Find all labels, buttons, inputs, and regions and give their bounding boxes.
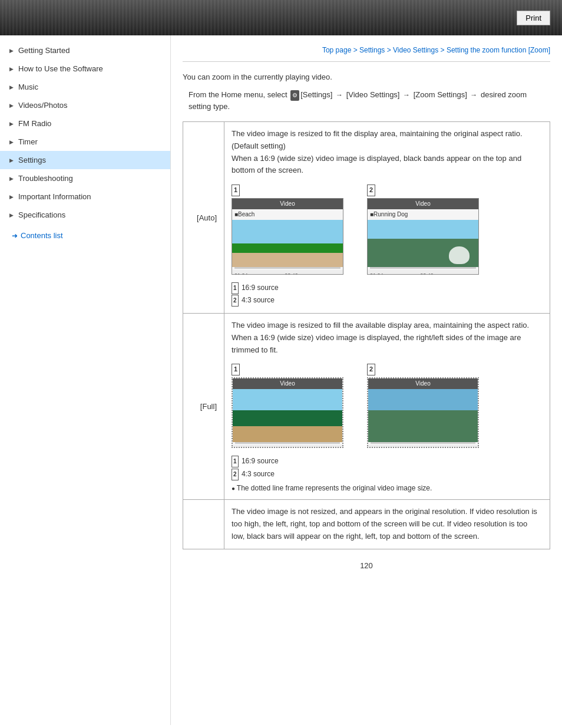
sidebar-item-timer[interactable]: ▶ Timer: [0, 133, 170, 151]
page-description: You can zoom in the currently playing vi…: [183, 71, 550, 83]
footer-icon-2: ▪▪▪: [470, 271, 476, 275]
num-box-1: 1: [232, 282, 239, 294]
full-source-label-1: 1 16:9 source: [232, 455, 543, 468]
chevron-right-icon: ▶: [9, 121, 14, 127]
time-right-2: 02:40: [420, 271, 434, 275]
full-source-labels: 1 16:9 source 2 4:3 source The dotted li…: [232, 455, 543, 493]
settings-icon: ⚙: [290, 90, 299, 101]
table-row-auto: [Auto] The video image is resized to fit…: [183, 122, 550, 314]
sidebar-item-label: Timer: [18, 137, 38, 146]
arrow-icon3: →: [470, 91, 477, 99]
contents-list-link[interactable]: ➜ Contents list: [0, 224, 170, 245]
breadcrumb-sep2: >: [387, 46, 393, 54]
source-label-1: 1 16:9 source: [232, 282, 543, 295]
full-footer-icon-1: ▪▪▪: [235, 446, 241, 448]
sidebar: ▶ Getting Started ▶ How to Use the Softw…: [0, 35, 171, 725]
full-source-label-2: 2 4:3 source: [232, 468, 543, 481]
full-footer-icon-2: ▪▪▪: [371, 446, 376, 448]
breadcrumb-current: Setting the zoom function [Zoom]: [447, 46, 550, 54]
last-content-cell: The video image is not resized, and appe…: [224, 500, 550, 549]
page-instruction: From the Home menu, select ⚙[Settings] →…: [183, 89, 550, 114]
full-text1: The video image is resized to fill the a…: [232, 319, 543, 332]
sidebar-item-label: Troubleshooting: [18, 174, 73, 183]
full-progress-1: [235, 442, 340, 444]
arrow-icon: →: [336, 91, 343, 99]
num-box-2: 2: [232, 295, 239, 307]
auto-preview-row: 1 Video ■Beach 01:04 02:40 ▪▪▪: [232, 184, 543, 275]
beach-full-frame: Video ▪▪▪: [232, 377, 343, 448]
chevron-right-icon: ▶: [9, 212, 14, 218]
chevron-right-icon: ▶: [9, 66, 14, 72]
breadcrumb-sep3: >: [441, 46, 447, 54]
dog-silhouette: [449, 246, 470, 264]
chevron-right-icon: ▶: [9, 48, 14, 54]
full-label-cell: [Full]: [183, 314, 224, 500]
auto-source-labels: 1 16:9 source 2 4:3 source: [232, 282, 543, 307]
beach-video-frame: Video ■Beach 01:04 02:40 ▪▪▪: [232, 198, 343, 275]
chevron-right-icon: ▶: [9, 103, 14, 108]
time-left-1: 01:04: [234, 271, 248, 275]
video-progress-2: [370, 267, 476, 269]
table-row-last: The video image is not resized, and appe…: [183, 500, 550, 549]
sidebar-item-specifications[interactable]: ▶ Specifications: [0, 206, 170, 224]
sidebar-item-label: Videos/Photos: [18, 101, 68, 110]
page-number: 120: [183, 561, 550, 570]
auto-content-cell: The video image is resized to fit the di…: [224, 122, 550, 314]
full-progress-2: [371, 442, 475, 444]
sidebar-item-fm-radio[interactable]: ▶ FM Radio: [0, 114, 170, 133]
full-num-box-2: 2: [232, 469, 239, 480]
full-footer-2: ▪▪▪: [368, 445, 478, 448]
video-footer-2: 01:04 02:40 ▪▪▪: [368, 270, 478, 275]
full-preview-1: 1 Video ▪▪▪: [232, 363, 349, 448]
sidebar-item-getting-started[interactable]: ▶ Getting Started: [0, 41, 170, 60]
main-content: Top page > Settings > Video Settings > S…: [171, 35, 562, 725]
full-preview-row: 1 Video ▪▪▪: [232, 363, 543, 448]
last-label-cell: [183, 500, 224, 549]
dog-name: ■Running Dog: [368, 209, 478, 220]
sidebar-item-important-info[interactable]: ▶ Important Information: [0, 187, 170, 206]
sidebar-item-label: Settings: [18, 156, 46, 164]
sidebar-item-troubleshooting[interactable]: ▶ Troubleshooting: [0, 169, 170, 187]
breadcrumb-video-settings[interactable]: Video Settings: [393, 46, 438, 54]
chevron-right-icon: ▶: [9, 194, 14, 200]
arrow-right-icon: ➜: [12, 232, 18, 240]
zoom-settings-table: [Auto] The video image is resized to fit…: [183, 121, 550, 549]
sidebar-item-label: Important Information: [18, 192, 91, 201]
sidebar-item-label: Getting Started: [18, 46, 70, 55]
full-text2: When a 16:9 (wide size) video image is d…: [232, 332, 543, 357]
print-button[interactable]: Print: [517, 11, 550, 25]
breadcrumb: Top page > Settings > Video Settings > S…: [183, 41, 550, 62]
sidebar-item-how-to-use[interactable]: ▶ How to Use the Software: [0, 60, 170, 78]
chevron-right-icon: ▶: [9, 176, 14, 182]
full-preview-num-1: 1: [232, 364, 240, 375]
sidebar-item-videos-photos[interactable]: ▶ Videos/Photos: [0, 96, 170, 114]
full-preview-num-2: 2: [367, 364, 375, 375]
sidebar-item-settings[interactable]: ▶ Settings: [0, 151, 170, 169]
header: Print: [0, 0, 562, 35]
dog-image: [368, 220, 478, 267]
full-num-box-1: 1: [232, 456, 239, 467]
contents-list-label: Contents list: [21, 231, 63, 240]
breadcrumb-settings[interactable]: Settings: [359, 46, 385, 54]
sidebar-item-label: FM Radio: [18, 119, 51, 128]
arrow-icon2: →: [403, 91, 410, 99]
time-left-2: 01:04: [370, 271, 384, 275]
auto-preview-1: 1 Video ■Beach 01:04 02:40 ▪▪▪: [232, 184, 349, 275]
sidebar-item-music[interactable]: ▶ Music: [0, 78, 170, 96]
full-video-title-1: Video: [233, 378, 342, 389]
dog-video-frame: Video ■Running Dog 01:04 02:40: [367, 198, 479, 275]
auto-label-cell: [Auto]: [183, 122, 224, 314]
video-footer-1: 01:04 02:40 ▪▪▪: [232, 270, 343, 275]
chevron-right-icon: ▶: [9, 157, 14, 163]
breadcrumb-top[interactable]: Top page: [322, 46, 351, 54]
sidebar-item-label: Music: [18, 83, 38, 91]
sidebar-item-label: How to Use the Software: [18, 64, 103, 73]
chevron-right-icon: ▶: [9, 139, 14, 145]
dog-full-image: [368, 389, 478, 442]
last-row-text: The video image is not resized, and appe…: [232, 506, 543, 542]
time-right-1: 02:40: [285, 271, 298, 275]
full-preview-2: 2 Video ▪▪▪: [367, 363, 485, 448]
table-row-full: [Full] The video image is resized to fil…: [183, 314, 550, 500]
preview-num-2: 2: [367, 185, 375, 196]
beach-name: ■Beach: [232, 209, 343, 220]
